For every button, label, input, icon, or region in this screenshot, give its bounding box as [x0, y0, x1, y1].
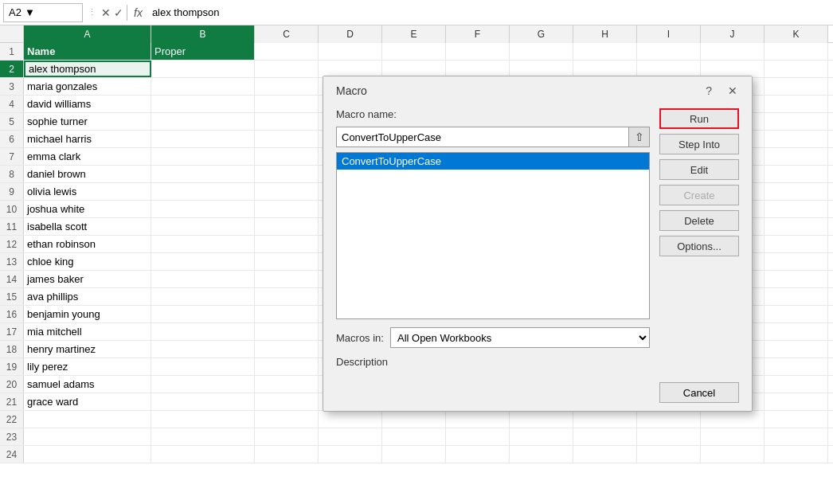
delete-button[interactable]: Delete [659, 210, 739, 231]
dialog-title: Macro [336, 84, 367, 97]
macros-in-row: Macros in: All Open Workbooks This Workb… [336, 327, 650, 348]
run-button[interactable]: Run [659, 108, 739, 129]
macro-name-input[interactable] [336, 127, 629, 147]
dialog-titlebar: Macro ? ✕ [323, 76, 752, 102]
dialog-help-button[interactable]: ? [701, 83, 717, 99]
step-into-button[interactable]: Step Into [659, 134, 739, 154]
macro-name-upload-button[interactable]: ⇧ [629, 127, 650, 147]
macro-list[interactable]: ConvertToUpperCase [336, 152, 650, 319]
edit-button[interactable]: Edit [659, 159, 739, 180]
cancel-row: Cancel [323, 377, 752, 411]
modal-overlay: Macro ? ✕ Macro name: ⇧ ConvertToUpperCa… [0, 0, 833, 504]
macro-name-row: ⇧ [336, 127, 650, 147]
dialog-close-button[interactable]: ✕ [723, 83, 742, 99]
dialog-left-panel: Macro name: ⇧ ConvertToUpperCase Macros … [336, 108, 650, 368]
macro-dialog: Macro ? ✕ Macro name: ⇧ ConvertToUpperCa… [323, 76, 753, 412]
macro-name-label: Macro name: [336, 108, 650, 120]
dialog-body: Macro name: ⇧ ConvertToUpperCase Macros … [323, 102, 752, 377]
macro-list-item[interactable]: ConvertToUpperCase [337, 153, 649, 170]
options-button[interactable]: Options... [659, 236, 739, 256]
dialog-titlebar-actions: ? ✕ [701, 83, 742, 99]
dialog-right-panel: Run Step Into Edit Create Delete Options… [659, 108, 739, 368]
macros-in-label: Macros in: [336, 332, 384, 344]
description-label: Description [336, 356, 650, 368]
cancel-button[interactable]: Cancel [659, 382, 739, 403]
macros-in-select[interactable]: All Open Workbooks This Workbook [390, 327, 650, 348]
create-button[interactable]: Create [659, 185, 739, 205]
